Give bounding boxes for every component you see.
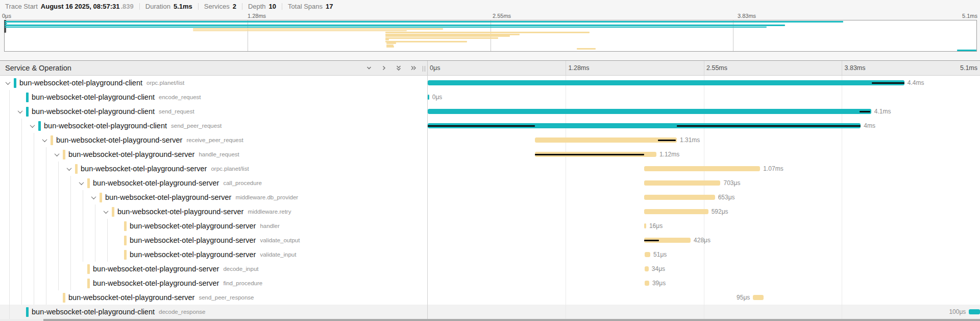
span-expand-toggle[interactable] bbox=[114, 250, 122, 259]
span-row[interactable]: bun-websocket-otel-playground-client orp… bbox=[0, 76, 980, 90]
double-chevron-down-icon[interactable] bbox=[395, 64, 402, 72]
span-expand-toggle[interactable] bbox=[4, 79, 12, 87]
span-expand-toggle[interactable] bbox=[114, 222, 122, 230]
span-name-cell[interactable]: bun-websocket-otel-playground-server han… bbox=[0, 219, 427, 233]
span-name-cell[interactable]: bun-websocket-otel-playground-client dec… bbox=[0, 305, 427, 319]
horizontal-scrollbar-thumb[interactable] bbox=[43, 319, 980, 321]
tree-guide-line bbox=[34, 233, 40, 247]
span-expand-toggle[interactable] bbox=[77, 265, 85, 273]
span-expand-toggle[interactable] bbox=[16, 308, 24, 316]
span-duration-bar[interactable] bbox=[428, 80, 904, 85]
tree-guide-line bbox=[70, 247, 77, 262]
span-name-cell[interactable]: bun-websocket-otel-playground-server val… bbox=[0, 233, 427, 247]
span-duration-bar[interactable] bbox=[645, 266, 649, 271]
span-duration-bar[interactable] bbox=[644, 223, 646, 228]
operation-name: find_procedure bbox=[223, 280, 262, 286]
span-bar-cell[interactable]: 1.07ms bbox=[427, 162, 980, 176]
span-bar-cell[interactable]: 4ms bbox=[427, 119, 980, 133]
trace-minimap-canvas[interactable] bbox=[4, 20, 977, 52]
span-name-cell[interactable]: bun-websocket-otel-playground-server val… bbox=[0, 247, 427, 262]
span-bar-cell[interactable]: 100μs bbox=[427, 305, 980, 319]
span-duration-bar[interactable] bbox=[753, 295, 764, 300]
span-row[interactable]: bun-websocket-otel-playground-server dec… bbox=[0, 262, 980, 276]
span-duration-bar[interactable] bbox=[428, 95, 429, 100]
span-row[interactable]: bun-websocket-otel-playground-server cal… bbox=[0, 176, 980, 190]
span-bar-cell[interactable]: 1.12ms bbox=[427, 147, 980, 162]
span-duration-bar[interactable] bbox=[644, 209, 708, 214]
span-bar-cell[interactable]: 0μs bbox=[427, 90, 980, 104]
span-expand-toggle[interactable] bbox=[77, 279, 85, 287]
span-expand-toggle[interactable] bbox=[16, 107, 24, 116]
service-name: bun-websocket-otel-playground-client bbox=[32, 308, 155, 316]
tree-guide-line bbox=[70, 176, 77, 190]
span-duration-bar[interactable] bbox=[645, 252, 650, 257]
span-row[interactable]: bun-websocket-otel-playground-server rec… bbox=[0, 133, 980, 147]
span-expand-toggle[interactable] bbox=[77, 179, 85, 187]
double-chevron-right-icon[interactable] bbox=[410, 64, 417, 72]
span-name-cell[interactable]: bun-websocket-otel-playground-client sen… bbox=[0, 104, 427, 119]
span-duration-bar[interactable] bbox=[644, 195, 715, 200]
span-row[interactable]: bun-websocket-otel-playground-server mid… bbox=[0, 190, 980, 204]
critical-path-segment bbox=[658, 140, 676, 141]
span-name-cell[interactable]: bun-websocket-otel-playground-server rec… bbox=[0, 133, 427, 147]
span-expand-toggle[interactable] bbox=[53, 293, 61, 302]
span-expand-toggle[interactable] bbox=[16, 93, 24, 101]
span-name-cell[interactable]: bun-websocket-otel-playground-server han… bbox=[0, 147, 427, 162]
span-name-cell[interactable]: bun-websocket-otel-playground-server sen… bbox=[0, 290, 427, 305]
span-bar-cell[interactable]: 4.1ms bbox=[427, 104, 980, 119]
span-row[interactable]: bun-websocket-otel-playground-server han… bbox=[0, 147, 980, 162]
span-bar-cell[interactable]: 4.4ms bbox=[427, 76, 980, 90]
span-row[interactable]: bun-websocket-otel-playground-server mid… bbox=[0, 204, 980, 219]
span-row[interactable]: bun-websocket-otel-playground-client sen… bbox=[0, 119, 980, 133]
span-name-cell[interactable]: bun-websocket-otel-playground-server mid… bbox=[0, 190, 427, 204]
span-duration-bar[interactable] bbox=[644, 180, 720, 186]
span-bar-cell[interactable]: 653μs bbox=[427, 190, 980, 204]
tree-guide-line bbox=[21, 176, 28, 190]
span-bar-cell[interactable]: 16μs bbox=[427, 219, 980, 233]
span-expand-toggle[interactable] bbox=[28, 122, 36, 130]
tree-guide-line bbox=[107, 219, 114, 233]
span-expand-toggle[interactable] bbox=[53, 150, 61, 158]
span-row[interactable]: bun-websocket-otel-playground-client enc… bbox=[0, 90, 980, 104]
span-bar-cell[interactable]: 428μs bbox=[427, 233, 980, 247]
span-name-cell[interactable]: bun-websocket-otel-playground-server mid… bbox=[0, 204, 427, 219]
operation-name: middleware.retry bbox=[248, 209, 291, 215]
span-name-cell[interactable]: bun-websocket-otel-playground-server cal… bbox=[0, 176, 427, 190]
span-duration-bar[interactable] bbox=[645, 281, 649, 286]
span-name-cell[interactable]: bun-websocket-otel-playground-server fin… bbox=[0, 276, 427, 290]
span-bar-cell[interactable]: 1.31ms bbox=[427, 133, 980, 147]
span-row[interactable]: bun-websocket-otel-playground-server orp… bbox=[0, 162, 980, 176]
span-row[interactable]: bun-websocket-otel-playground-client dec… bbox=[0, 305, 980, 319]
span-duration-bar[interactable] bbox=[535, 137, 677, 143]
span-row[interactable]: bun-websocket-otel-playground-server val… bbox=[0, 233, 980, 247]
span-row[interactable]: bun-websocket-otel-playground-server sen… bbox=[0, 290, 980, 305]
chevron-right-icon[interactable] bbox=[380, 64, 387, 72]
span-row[interactable]: bun-websocket-otel-playground-client sen… bbox=[0, 104, 980, 119]
span-expand-toggle[interactable] bbox=[89, 193, 97, 201]
span-duration-bar[interactable] bbox=[644, 166, 760, 171]
span-name-cell[interactable]: bun-websocket-otel-playground-server orp… bbox=[0, 162, 427, 176]
span-row[interactable]: bun-websocket-otel-playground-server fin… bbox=[0, 276, 980, 290]
chevron-down-icon[interactable] bbox=[365, 64, 373, 72]
span-row[interactable]: bun-websocket-otel-playground-server val… bbox=[0, 247, 980, 262]
span-expand-toggle[interactable] bbox=[65, 165, 73, 173]
tree-indent bbox=[4, 204, 102, 219]
span-bar-cell[interactable]: 39μs bbox=[427, 276, 980, 290]
span-name-cell[interactable]: bun-websocket-otel-playground-client sen… bbox=[0, 119, 427, 133]
span-bar-cell[interactable]: 592μs bbox=[427, 204, 980, 219]
span-expand-toggle[interactable] bbox=[102, 208, 110, 216]
span-bar-cell[interactable]: 95μs bbox=[427, 290, 980, 305]
span-expand-toggle[interactable] bbox=[40, 136, 48, 144]
span-name-cell[interactable]: bun-websocket-otel-playground-client enc… bbox=[0, 90, 427, 104]
span-bar-cell[interactable]: 51μs bbox=[427, 247, 980, 262]
span-bar-cell[interactable]: 34μs bbox=[427, 262, 980, 276]
span-expand-toggle[interactable] bbox=[114, 236, 122, 244]
span-bar-cell[interactable]: 703μs bbox=[427, 176, 980, 190]
span-duration-bar[interactable] bbox=[969, 309, 980, 314]
span-name-cell[interactable]: bun-websocket-otel-playground-client orp… bbox=[0, 76, 427, 90]
horizontal-scrollbar[interactable] bbox=[0, 319, 980, 321]
span-duration-bar[interactable] bbox=[428, 109, 871, 114]
column-resize-grip[interactable] bbox=[423, 66, 425, 72]
span-name-cell[interactable]: bun-websocket-otel-playground-server dec… bbox=[0, 262, 427, 276]
span-row[interactable]: bun-websocket-otel-playground-server han… bbox=[0, 219, 980, 233]
